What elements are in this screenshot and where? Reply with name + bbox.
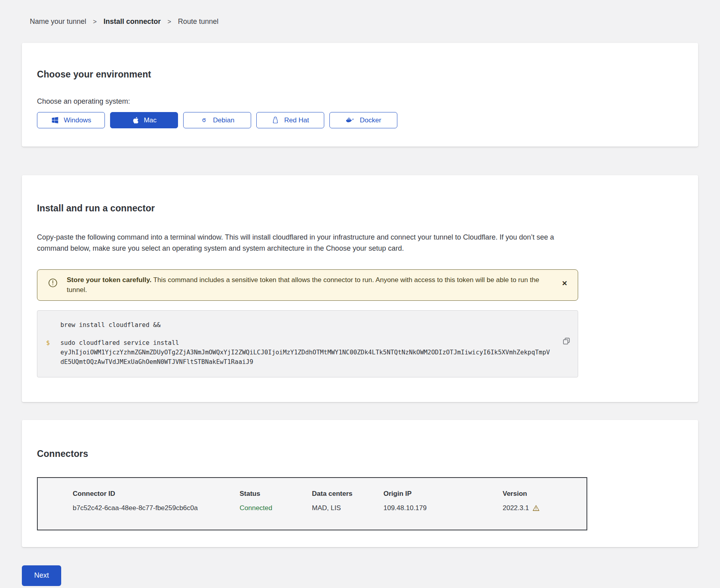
data-centers-value: MAD, LIS xyxy=(312,504,383,512)
header-data-centers: Data centers xyxy=(312,490,383,498)
origin-ip-value: 109.48.10.179 xyxy=(383,504,503,512)
code-line-2: $ sudo cloudflared service install eyJhI… xyxy=(46,338,552,367)
header-version: Version xyxy=(503,490,579,498)
connectors-card: Connectors Connector ID Status Data cent… xyxy=(22,420,698,547)
breadcrumb-separator: > xyxy=(167,18,171,25)
shell-prompt: $ xyxy=(46,338,60,367)
connector-id-value: b7c52c42-6caa-48ee-8c77-fbe259cb6c0a xyxy=(73,504,240,512)
install-connector-card: Install and run a connector Copy-paste t… xyxy=(22,175,698,402)
os-button-redhat[interactable]: Red Hat xyxy=(256,112,324,128)
install-command-code-block: brew install cloudflared && $ sudo cloud… xyxy=(37,310,578,377)
code-gutter xyxy=(46,320,60,330)
os-button-label: Red Hat xyxy=(284,116,309,124)
token-warning-bold: Store your token carefully. xyxy=(67,276,151,284)
docker-whale-icon xyxy=(346,116,355,124)
table-row: b7c52c42-6caa-48ee-8c77-fbe259cb6c0a Con… xyxy=(73,504,579,512)
breadcrumb: Name your tunnel > Install connector > R… xyxy=(22,17,698,26)
alert-circle-icon xyxy=(48,278,58,290)
next-button[interactable]: Next xyxy=(22,565,61,586)
code-line-1-text: brew install cloudflared && xyxy=(60,320,552,330)
copy-command-button[interactable] xyxy=(561,335,572,347)
header-origin-ip: Origin IP xyxy=(383,490,503,498)
status-badge: Connected xyxy=(240,504,312,512)
install-command: sudo cloudflared service install xyxy=(60,339,179,346)
install-connector-description: Copy-paste the following command into a … xyxy=(37,232,585,254)
os-button-label: Debian xyxy=(213,116,234,124)
os-button-mac[interactable]: Mac xyxy=(110,112,178,128)
warning-triangle-icon xyxy=(532,505,540,511)
copy-icon xyxy=(562,337,571,345)
close-icon[interactable]: ✕ xyxy=(559,279,571,288)
tunnel-token: eyJhIjoiOWM1YjczYzhmZGNmZDUyOTg2ZjA3NmJm… xyxy=(60,349,550,366)
os-button-windows[interactable]: Windows xyxy=(37,112,105,128)
breadcrumb-step-install-connector: Install connector xyxy=(103,17,161,26)
code-line-2-text: sudo cloudflared service install eyJhIjo… xyxy=(60,338,552,367)
header-status: Status xyxy=(240,490,312,498)
os-button-label: Docker xyxy=(360,116,381,124)
breadcrumb-step-name-your-tunnel: Name your tunnel xyxy=(30,17,86,26)
version-value: 2022.3.1 xyxy=(503,504,529,512)
token-warning-banner: Store your token carefully. This command… xyxy=(37,269,578,301)
connectors-table-header: Connector ID Status Data centers Origin … xyxy=(73,490,579,498)
code-line-1: brew install cloudflared && xyxy=(46,320,552,330)
os-button-group: Windows Mac Debian xyxy=(37,112,683,128)
choose-environment-title: Choose your environment xyxy=(37,69,683,80)
os-select-label: Choose an operating system: xyxy=(37,97,683,106)
version-cell: 2022.3.1 xyxy=(503,504,579,512)
apple-logo-icon xyxy=(132,116,139,124)
debian-swirl-icon xyxy=(200,116,208,124)
tunnel-setup-page: Name your tunnel > Install connector > R… xyxy=(0,0,720,588)
os-button-debian[interactable]: Debian xyxy=(183,112,251,128)
os-button-label: Windows xyxy=(64,116,91,124)
breadcrumb-step-route-tunnel: Route tunnel xyxy=(178,17,219,26)
windows-logo-icon xyxy=(51,116,59,124)
connectors-title: Connectors xyxy=(37,449,683,459)
os-button-docker[interactable]: Docker xyxy=(329,112,397,128)
choose-environment-card: Choose your environment Choose an operat… xyxy=(22,43,698,147)
install-connector-title: Install and run a connector xyxy=(37,203,683,214)
breadcrumb-separator: > xyxy=(93,18,97,25)
linux-penguin-icon xyxy=(271,116,279,125)
os-button-label: Mac xyxy=(144,116,157,124)
header-connector-id: Connector ID xyxy=(73,490,240,498)
connectors-table: Connector ID Status Data centers Origin … xyxy=(37,477,587,530)
token-warning-text: Store your token carefully. This command… xyxy=(67,275,550,295)
